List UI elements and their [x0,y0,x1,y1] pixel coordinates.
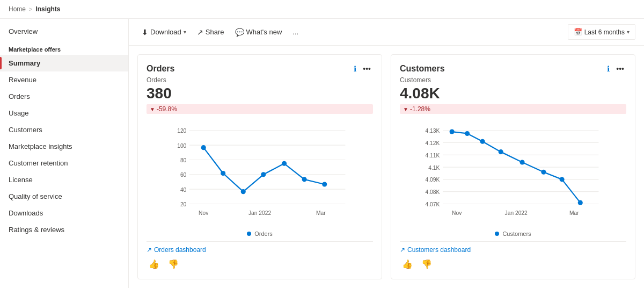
breadcrumb-current: Insights [35,5,60,13]
sidebar-item-usage[interactable]: Usage [0,105,128,121]
svg-text:20: 20 [180,201,187,207]
orders-dashboard-link-text: Orders dashboard [154,246,206,254]
whats-new-button[interactable]: 💬 What's new [231,25,287,40]
orders-legend-label: Orders [254,231,273,237]
svg-text:Jan 2022: Jan 2022 [505,210,528,216]
customers-dashboard-link-text: Customers dashboard [407,246,471,254]
customers-dashboard-link-icon: ↗ [400,246,405,254]
sidebar-item-summary[interactable]: Summary [0,55,128,71]
sidebar-item-customers[interactable]: Customers [0,121,128,138]
customers-info-icon[interactable]: ℹ [607,64,610,73]
orders-chart: 120 100 80 60 40 20 Nov Jan 2022 Mar [147,118,373,228]
orders-metric-label: Orders [147,76,373,84]
breadcrumb-home[interactable]: Home [9,5,26,13]
orders-thumbs-down[interactable]: 👎 [166,258,181,270]
sidebar-items-container: SummaryRevenueOrdersUsageCustomersMarket… [0,55,128,238]
period-selector[interactable]: 📅 Last 6 months ▾ [568,24,635,40]
customers-dashboard-link[interactable]: ↗ Customers dashboard [400,246,626,254]
svg-point-21 [322,182,327,186]
svg-text:60: 60 [180,172,187,178]
svg-text:4.07K: 4.07K [426,201,440,207]
orders-info-icon[interactable]: ℹ [354,64,356,73]
svg-text:4.1K: 4.1K [428,165,440,171]
customers-card-title: Customers [400,64,445,74]
orders-chart-svg: 120 100 80 60 40 20 Nov Jan 2022 Mar [147,118,373,228]
customers-more-icon[interactable]: ••• [614,63,626,74]
calendar-icon: 📅 [574,28,582,36]
more-button[interactable]: ... [288,25,303,39]
orders-metric-change: ▼ -59.8% [147,104,373,114]
svg-point-46 [578,200,583,205]
svg-point-16 [221,171,225,176]
sidebar-item-marketplace-insights[interactable]: Marketplace insights [0,138,128,155]
customers-chart: 4.13K 4.12K 4.11K 4.1K 4.09K 4.08K 4.07K… [400,118,626,228]
orders-dashboard-link[interactable]: ↗ Orders dashboard [147,246,373,254]
svg-text:4.13K: 4.13K [426,128,440,134]
download-button[interactable]: ⬇ Download ▾ [137,25,191,40]
svg-text:4.08K: 4.08K [426,189,440,195]
orders-change-value: -59.8% [157,105,177,113]
svg-text:Nov: Nov [452,210,462,216]
content-area: ⬇ Download ▾ ↗ Share 💬 What's new ... 📅 … [129,19,644,288]
whats-new-icon: 💬 [235,28,244,37]
customers-metric-label: Customers [400,76,626,84]
orders-card-header: Orders ℹ ••• [147,63,373,74]
share-icon: ↗ [197,28,203,37]
customers-legend-dot [495,232,499,236]
download-icon: ⬇ [142,28,148,37]
orders-metric-value: 380 [147,85,373,102]
orders-change-arrow: ▼ [150,106,155,112]
customers-thumbs-down[interactable]: 👎 [419,258,434,270]
customers-header-actions: ℹ ••• [607,63,626,74]
svg-point-42 [499,149,503,154]
orders-feedback: 👍 👎 [147,254,373,270]
customers-feedback: 👍 👎 [400,254,626,270]
orders-thumbs-up[interactable]: 👍 [147,258,162,270]
sidebar-item-ratings-reviews[interactable]: Ratings & reviews [0,221,128,238]
orders-more-icon[interactable]: ••• [361,63,373,74]
sidebar-item-revenue[interactable]: Revenue [0,71,128,88]
svg-text:80: 80 [180,157,187,163]
more-label: ... [292,28,298,36]
svg-point-41 [480,139,485,144]
share-button[interactable]: ↗ Share [193,25,229,40]
sidebar-item-quality-of-service[interactable]: Quality of service [0,188,128,205]
sidebar-item-overview[interactable]: Overview [0,23,128,40]
sidebar-item-downloads[interactable]: Downloads [0,205,128,221]
customers-card: Customers ℹ ••• Customers 4.08K ▼ -1.28% [391,54,635,279]
customers-card-header: Customers ℹ ••• [400,63,626,74]
svg-point-18 [261,172,266,177]
customers-legend-label: Customers [502,231,531,237]
svg-point-45 [560,177,565,182]
svg-point-19 [282,161,287,166]
customers-metric-change: ▼ -1.28% [400,104,626,114]
svg-point-43 [520,160,525,164]
sidebar-item-license[interactable]: License [0,171,128,188]
svg-text:Nov: Nov [199,210,209,216]
cards-area: Orders ℹ ••• Orders 380 ▼ -59.8% [129,46,644,288]
svg-text:40: 40 [180,187,187,193]
sidebar-item-orders[interactable]: Orders [0,88,128,105]
svg-text:4.09K: 4.09K [426,177,440,183]
customers-thumbs-up[interactable]: 👍 [400,258,415,270]
svg-text:120: 120 [177,128,186,134]
customers-chart-svg: 4.13K 4.12K 4.11K 4.1K 4.09K 4.08K 4.07K… [400,118,626,228]
customers-card-footer: ↗ Customers dashboard 👍 👎 [400,241,626,270]
breadcrumb-separator: > [29,6,32,12]
orders-card-title: Orders [147,64,174,74]
orders-card: Orders ℹ ••• Orders 380 ▼ -59.8% [137,54,382,279]
period-chevron: ▾ [627,29,630,35]
sidebar-item-customer-retention[interactable]: Customer retention [0,155,128,171]
download-chevron: ▾ [184,29,186,35]
svg-point-20 [302,177,307,182]
period-label: Last 6 months [584,28,625,36]
svg-point-15 [201,145,206,150]
orders-chart-legend: Orders [147,231,373,237]
svg-text:4.12K: 4.12K [426,140,440,146]
svg-text:100: 100 [177,143,186,149]
orders-card-footer: ↗ Orders dashboard 👍 👎 [147,241,373,270]
toolbar: ⬇ Download ▾ ↗ Share 💬 What's new ... 📅 … [129,19,644,46]
share-label: Share [206,28,224,36]
customers-chart-legend: Customers [400,231,626,237]
breadcrumb: Home > Insights [0,0,644,19]
